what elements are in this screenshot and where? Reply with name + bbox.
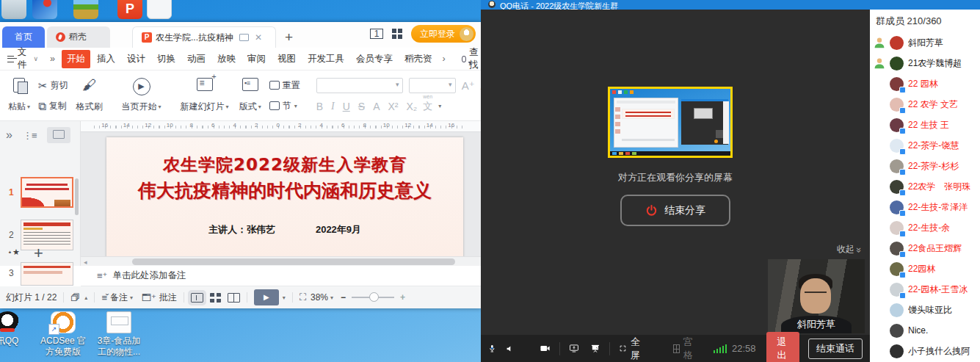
member-row[interactable]: 馒头味亚比 [870,300,980,320]
self-video-thumbnail[interactable]: 斜阳芳草 [768,259,865,333]
menu-item-2[interactable]: 插入 [92,50,120,68]
share-screen-button[interactable] [570,342,578,355]
member-row[interactable]: 22 园林 [870,73,980,94]
reset-button[interactable]: 重置 [266,78,303,93]
notes-area[interactable]: ≡⁺ 单击此处添加备注 [81,266,482,286]
find-button[interactable]: 查找 [462,46,481,71]
window-list-icon[interactable]: 1 [370,29,383,39]
member-row[interactable]: 22园林 [870,258,980,279]
member-row[interactable]: 22食品王熠辉 [870,238,980,258]
member-row[interactable]: 22-茶学-杉杉 [870,156,980,176]
play-from-current-button[interactable]: ▶ 当页开始▾ [117,75,167,116]
recycle-bin-icon[interactable] [1,0,26,19]
cut-button[interactable]: ✂剪切 [35,78,71,93]
menu-item-11[interactable]: 稻壳资 [399,50,438,68]
slide-thumbnail-3[interactable] [21,262,73,286]
archiver-icon[interactable] [73,0,98,19]
member-row[interactable]: 21农学魏博超 [870,53,980,73]
font-style-button[interactable]: S [358,101,365,112]
zoom-out-button[interactable]: − [341,292,346,303]
member-row[interactable]: 22-生技-常泽洋 [870,197,980,217]
menu-item-10[interactable]: 会员专享 [351,50,398,68]
workspace-grid-icon[interactable] [392,29,402,39]
add-slide-button[interactable]: + [34,244,43,263]
desktop-icon-acdsee[interactable]: ACDSee 官 方免费版 [37,311,90,358]
presentation-button[interactable] [591,342,600,355]
grid-view-button[interactable]: 宫格 [673,336,696,362]
wps-desktop-icon[interactable]: P [117,0,142,19]
member-row[interactable]: 22农学 张明珠 [870,176,980,197]
copy-button[interactable]: ⧉复制 [35,98,71,114]
panel-scrollbar[interactable] [75,178,79,215]
reading-view-button[interactable] [228,293,240,303]
tab-document[interactable]: P 农生学院...抗疫精神 ✕ [132,26,276,48]
camera-button[interactable] [540,343,550,354]
font-size-select[interactable] [409,78,456,93]
login-button[interactable]: 立即登录 [411,25,476,43]
menu-item-6[interactable]: 放映 [212,50,241,68]
zoom-slider-knob[interactable] [369,292,379,302]
layout-button[interactable]: 版式▾ [234,75,266,116]
member-row[interactable]: 22-园林-王雪冰 [870,279,980,300]
font-style-button[interactable]: X₂ [406,101,417,112]
menu-item-9[interactable]: 开发工具 [302,50,349,68]
desktop-icon-qq[interactable]: 讯QQ [0,311,34,347]
menu-item-3[interactable]: 设计 [122,50,150,68]
slide-thumbnail-1[interactable] [21,177,73,208]
fullscreen-icon[interactable] [620,343,626,354]
zoom-level[interactable]: 38% [311,292,328,303]
member-row[interactable]: Nice. [870,320,980,341]
speaker-button[interactable] [506,343,513,355]
fullscreen-button[interactable]: 全屏 [631,336,642,362]
member-row[interactable]: 小子拽什么拽阿 [870,341,980,361]
font-style-button[interactable]: X² [388,101,398,112]
screen-share-preview[interactable] [608,87,733,158]
menu-item-8[interactable]: 视图 [272,50,301,68]
end-call-button[interactable]: 结束通话 [808,339,863,359]
current-slide[interactable]: 农生学院2022级新生入学教育 伟大抗疫精神的时代内涵和历史意义 主讲人：张伟艺… [106,137,463,266]
menu-item-5[interactable]: 动画 [182,50,211,68]
document-desktop-icon[interactable] [147,0,172,19]
font-style-button[interactable]: A [373,101,380,112]
menu-item-7[interactable]: 审阅 [242,50,271,68]
slide-sorter-view-button[interactable] [210,293,221,303]
menu-item-1[interactable]: 开始 [62,50,90,68]
horizontal-scrollbar[interactable]: ◂ [81,256,482,266]
member-row[interactable]: 22-茶学-饶慧 [870,135,980,156]
app-shortcut-icon[interactable] [32,0,57,19]
slideshow-dropdown-icon[interactable]: ▾ [283,294,286,301]
exit-button[interactable]: 退出 [766,332,799,362]
menu-overflow-icon[interactable]: › [443,54,446,64]
expand-panel-icon[interactable]: » [6,128,12,142]
zoom-slider[interactable] [352,297,394,298]
font-family-select[interactable] [316,78,403,93]
collapse-button[interactable]: 收起 » [837,243,861,256]
file-menu[interactable]: 文件 ∨ [0,46,46,71]
tab-home[interactable]: 首页 [2,26,45,48]
slideshow-button[interactable]: ▶ [254,289,279,305]
task-window-icon[interactable]: 🗇 [70,292,80,303]
slide-thumbnail-2[interactable] [21,220,73,250]
member-row[interactable]: 22 农学 文艺 [870,94,980,115]
font-style-button[interactable]: B [316,101,323,112]
caret-up-icon[interactable]: ▴ [84,294,87,301]
notes-toggle[interactable]: 备注 [110,292,128,304]
fit-window-icon[interactable]: ⛶ [300,292,306,303]
section-button[interactable]: 节▾ [266,98,303,114]
close-tab-icon[interactable]: ✕ [255,32,262,43]
font-style-button[interactable]: U [343,101,350,112]
thumbnail-view-icon[interactable] [47,127,70,143]
member-row[interactable]: 22 生技 王 [870,115,980,135]
new-tab-button[interactable]: + [285,29,293,48]
end-share-button[interactable]: 结束分享 [620,195,730,226]
member-row[interactable]: 22-生技-余 [870,217,980,238]
chevron-double-icon[interactable]: » [50,54,55,64]
increase-font-button[interactable]: A⁺ [462,79,475,93]
tab-docer[interactable]: 稻壳 [47,26,110,48]
phonetic-guide-button[interactable]: 文 [423,100,432,113]
comments-toggle[interactable]: 批注 [159,292,177,304]
paste-button[interactable]: 粘贴▾ [3,75,35,116]
outline-view-icon[interactable]: ⋮≡ [23,130,37,141]
member-row[interactable]: 斜阳芳草 [870,32,980,53]
format-painter-button[interactable]: 🖌︎ 格式刷 [71,75,108,116]
